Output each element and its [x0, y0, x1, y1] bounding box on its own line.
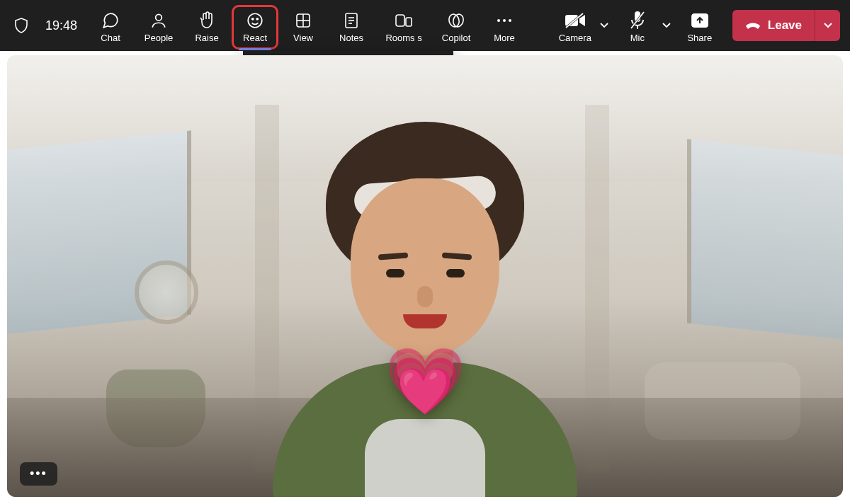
- mic-button[interactable]: Mic: [616, 4, 659, 47]
- privacy-shield-icon[interactable]: [13, 18, 30, 33]
- svg-point-14: [452, 13, 465, 28]
- view-label: View: [293, 33, 313, 43]
- react-smile-icon: [246, 10, 264, 31]
- more-button[interactable]: More: [482, 4, 526, 47]
- camera-label: Camera: [559, 33, 591, 43]
- svg-point-3: [256, 18, 258, 19]
- svg-point-15: [497, 19, 500, 22]
- notes-label: Notes: [339, 33, 363, 43]
- chat-button[interactable]: Chat: [89, 4, 132, 47]
- camera-control: Camera: [554, 4, 612, 47]
- notes-icon: [344, 10, 359, 31]
- people-button[interactable]: People: [137, 4, 181, 47]
- svg-point-13: [448, 13, 460, 28]
- react-button[interactable]: React: [233, 4, 277, 47]
- camera-chevron-down-icon[interactable]: [596, 11, 612, 40]
- share-label: Share: [687, 33, 712, 43]
- meeting-toolbar: 19:48 Chat People Rai: [0, 0, 850, 51]
- svg-point-2: [252, 18, 254, 19]
- notes-button[interactable]: Notes: [329, 4, 373, 47]
- copilot-icon: [447, 10, 465, 31]
- leave-group: Leave: [732, 10, 840, 41]
- view-grid-icon: [295, 10, 312, 31]
- rooms-icon: [395, 10, 413, 31]
- stage-more-button[interactable]: •••: [20, 462, 57, 486]
- svg-point-17: [509, 19, 511, 22]
- raise-hand-button[interactable]: Raise: [185, 4, 229, 47]
- people-icon: [149, 10, 168, 31]
- camera-button[interactable]: Camera: [554, 4, 596, 47]
- svg-point-0: [156, 14, 162, 21]
- mic-label: Mic: [630, 33, 645, 43]
- mic-off-icon: [630, 10, 645, 31]
- video-stage: 💗 •••: [7, 55, 843, 497]
- meeting-timer: 19:48: [45, 18, 77, 33]
- svg-point-16: [503, 19, 506, 22]
- raise-label: Raise: [195, 33, 218, 43]
- people-label: People: [144, 33, 173, 43]
- more-label: More: [494, 33, 515, 43]
- react-active-indicator: [239, 48, 271, 50]
- share-button[interactable]: Share: [679, 4, 721, 47]
- share-screen-icon: [691, 10, 709, 31]
- leave-chevron-down-icon[interactable]: [815, 10, 840, 41]
- leave-button[interactable]: Leave: [732, 10, 815, 41]
- mic-chevron-down-icon[interactable]: [659, 11, 674, 40]
- toolbar-center-group: Chat People Raise: [89, 4, 526, 47]
- react-label: React: [243, 33, 267, 43]
- svg-rect-11: [396, 15, 404, 26]
- camera-off-icon: [565, 10, 586, 31]
- view-button[interactable]: View: [281, 4, 325, 47]
- chat-label: Chat: [101, 33, 120, 43]
- raise-hand-icon: [198, 10, 215, 31]
- svg-point-1: [248, 13, 262, 28]
- more-ellipsis-icon: [495, 10, 514, 31]
- participant-avatar: [269, 129, 581, 497]
- svg-rect-12: [406, 18, 412, 26]
- copilot-button[interactable]: Copilot: [434, 4, 478, 47]
- rooms-button[interactable]: Rooms s: [378, 4, 430, 47]
- chat-icon: [101, 10, 120, 31]
- mic-control: Mic: [616, 4, 674, 47]
- rooms-label: Rooms s: [385, 33, 421, 43]
- leave-phone-icon: [745, 19, 761, 32]
- copilot-label: Copilot: [442, 33, 470, 43]
- leave-label: Leave: [768, 18, 802, 33]
- active-reaction-overlay: 💗: [385, 343, 466, 419]
